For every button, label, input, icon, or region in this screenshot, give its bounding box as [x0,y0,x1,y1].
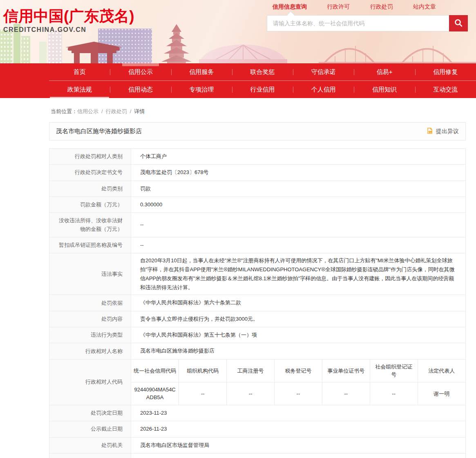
site-logo[interactable]: 信用中国(广东茂名) CREDITCHINA.GOV.CN [3,8,134,34]
nav-item-joint-rewards-punishments[interactable]: 联合奖惩 [232,63,293,80]
row-value: 2023-11-23 [131,405,466,421]
nav-item-credit-publicity[interactable]: 信用公示 [110,63,171,80]
cell-unified-social-credit-code: 92440904MA54CADB5A [131,382,179,405]
table-row: 行政处罚相对人类别 个体工商户 [49,149,466,165]
header-quick-links: 信用信息查询 行政许可 行政处罚 站内文章 [267,3,468,11]
row-value: -- [131,237,466,253]
nav-item-home[interactable]: 首页 [49,63,110,80]
search-input[interactable] [267,15,449,31]
column-header: 事业单位证书号 [322,360,370,382]
column-header: 社会组织登记证号 [370,360,418,382]
table-row: 处罚内容 责令当事人立即停止侵权行为，并处罚款3000元。 [49,311,466,327]
nav-row-2: 政策法规 信用动态 专项治理 行业信用 个人信用 信用知识 互动交流 [49,81,476,98]
row-value: 罚款 [131,181,466,197]
table-row: 违法行为类型 《中华人民共和国商标法》第五十七条第（一）项 [49,327,466,343]
nav-item-personal-credit[interactable]: 个人信用 [293,81,354,98]
nav-item-credit-plus[interactable]: 信易+ [354,63,415,80]
row-value: 茂名市电白区市场监督管理局 [131,437,466,453]
raise-objection-button[interactable]: 提出异议 [427,127,459,136]
column-header: 法定代表人 [418,360,465,382]
quick-link-site-articles[interactable]: 站内文章 [413,3,436,11]
table-row: 行政相对人名称 茂名市电白区施华洛婚纱摄影店 [49,343,466,359]
nav-item-trust-commitment[interactable]: 守信承诺 [293,63,354,80]
search-icon [454,18,463,29]
site-logo-title: 信用中国(广东茂名) [3,8,134,25]
quick-link-administrative-license[interactable]: 行政许可 [327,3,350,11]
table-row: 数据来源单位 茂名市电白区市场监督管理局 [49,453,466,458]
row-label: 处罚内容 [49,311,131,327]
row-label: 没收违法所得、没收非法财物的金额（万元） [49,213,131,237]
table-row: 行政处罚决定书文号 茂电市监处罚〔2023〕678号 [49,165,466,181]
objection-document-chat-icon [427,127,434,136]
nav-item-industry-credit[interactable]: 行业信用 [232,81,293,98]
quick-link-credit-info-query[interactable]: 信用信息查询 [273,3,307,11]
row-value-codes: 统一社会信用代码 组织机构代码 工商注册号 税务登记号 事业单位证书号 社会组织… [131,359,466,405]
breadcrumb-separator: / [130,108,132,114]
row-value: 责令当事人立即停止侵权行为，并处罚款3000元。 [131,311,466,327]
nav-item-credit-services[interactable]: 信用服务 [171,63,232,80]
table-row: 违法事实 自2020年3月10日起，当事人在未经"米兰®"注册商标持有人许可使用… [49,253,466,295]
row-label: 行政处罚决定书文号 [49,165,131,181]
cell-institution-certificate-number: -- [322,382,370,405]
codes-value-row: 92440904MA54CADB5A -- -- -- -- -- 谢一明 [131,382,465,405]
search-button[interactable] [449,15,468,31]
quick-link-administrative-penalty[interactable]: 行政处罚 [370,3,393,11]
nav-item-special-governance[interactable]: 专项治理 [171,81,232,98]
table-row-counterpart-codes: 行政相对人代码 统一社会信用代码 组织机构代码 工商注册号 税务登记号 事业单位… [49,359,466,405]
row-value: 个体工商户 [131,149,466,165]
row-value: 0.300000 [131,197,466,213]
column-header: 统一社会信用代码 [131,360,179,382]
table-row: 处罚类别 罚款 [49,181,466,197]
row-label: 暂扣或吊销证照名称及编号 [49,237,131,253]
row-label: 处罚机关 [49,437,131,453]
breadcrumb-link-administrative-penalty[interactable]: 行政处罚 [106,108,127,114]
row-label: 数据来源单位 [49,453,131,458]
row-label: 违法行为类型 [49,327,131,343]
table-row: 处罚机关 茂名市电白区市场监督管理局 [49,437,466,453]
breadcrumb-prefix: 当前位置： [51,108,77,114]
nav-item-credit-repair[interactable]: 信用修复 [415,63,476,80]
table-row: 暂扣或吊销证照名称及编号 -- [49,237,466,253]
breadcrumb-separator: / [101,108,103,114]
codes-header-row: 统一社会信用代码 组织机构代码 工商注册号 税务登记号 事业单位证书号 社会组织… [131,360,465,382]
nav-row-1: 首页 信用公示 信用服务 联合奖惩 守信承诺 信易+ 信用修复 [49,63,476,80]
site-header: 信用中国(广东茂名) CREDITCHINA.GOV.CN 信用信息查询 行政许… [0,0,476,63]
nav-item-interaction[interactable]: 互动交流 [415,81,476,98]
page-title: 茂名市电白区施华洛婚纱摄影店 [56,127,142,135]
table-row: 没收违法所得、没收非法财物的金额（万元） -- [49,213,466,237]
cell-social-org-registration-number: -- [370,382,418,405]
table-row: 处罚决定日期 2023-11-23 [49,405,466,421]
row-value: 《中华人民共和国商标法》第六十条第二款 [131,295,466,311]
counterpart-codes-table: 统一社会信用代码 组织机构代码 工商注册号 税务登记号 事业单位证书号 社会组织… [131,360,465,405]
main-content: 当前位置：信用公示/行政处罚/详情 茂名市电白区施华洛婚纱摄影店 提出异议 行政… [49,98,470,458]
row-label: 公示截止日期 [49,421,131,437]
cell-legal-representative: 谢一明 [418,382,465,405]
row-value: 茂名市电白区市场监督管理局 [131,453,466,458]
row-label: 处罚决定日期 [49,405,131,421]
row-label: 行政处罚相对人类别 [49,149,131,165]
row-label: 违法事实 [49,253,131,295]
nav-item-credit-knowledge[interactable]: 信用知识 [354,81,415,98]
main-navigation: 首页 信用公示 信用服务 联合奖惩 守信承诺 信易+ 信用修复 政策法规 信用动… [0,63,476,98]
site-logo-domain: CREDITCHINA.GOV.CN [3,26,134,34]
breadcrumb-current: 详情 [134,108,145,114]
detail-title-bar: 茂名市电白区施华洛婚纱摄影店 提出异议 [49,122,466,141]
row-label: 处罚类别 [49,181,131,197]
breadcrumb-link-credit-publicity[interactable]: 信用公示 [77,108,98,114]
row-value-illegal-facts: 自2020年3月10日起，当事人在未经"米兰®"注册商标持有人许可使用的情况下，… [131,253,466,295]
row-label: 行政相对人代码 [49,359,131,405]
nav-item-policies-regulations[interactable]: 政策法规 [49,81,110,98]
breadcrumb: 当前位置：信用公示/行政处罚/详情 [49,98,470,122]
row-value: 2026-11-23 [131,421,466,437]
column-header: 税务登记号 [275,360,322,382]
cell-organization-code: -- [179,382,227,405]
row-label: 处罚依据 [49,295,131,311]
table-row: 处罚依据 《中华人民共和国商标法》第六十条第二款 [49,295,466,311]
cell-business-registration-number: -- [227,382,275,405]
raise-objection-label: 提出异议 [436,128,459,135]
nav-item-credit-news[interactable]: 信用动态 [110,81,171,98]
row-value: 茂名市电白区施华洛婚纱摄影店 [131,343,466,359]
column-header: 组织机构代码 [179,360,227,382]
column-header: 工商注册号 [227,360,275,382]
row-label: 行政相对人名称 [49,343,131,359]
